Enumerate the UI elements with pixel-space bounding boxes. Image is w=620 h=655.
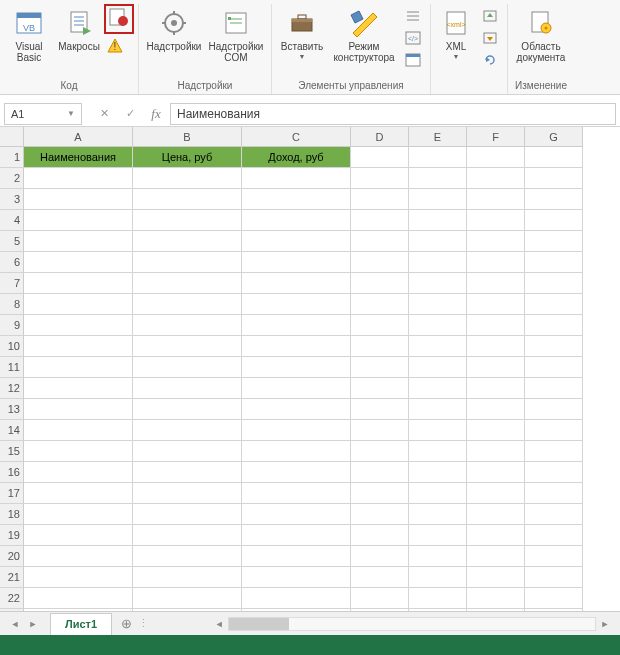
- xml-import-button[interactable]: [479, 6, 501, 26]
- cell[interactable]: [351, 483, 409, 504]
- cell[interactable]: [351, 231, 409, 252]
- row-header[interactable]: 17: [0, 483, 24, 504]
- row-header[interactable]: 10: [0, 336, 24, 357]
- cell[interactable]: [525, 378, 583, 399]
- addins-button[interactable]: Надстройки: [143, 4, 205, 76]
- cell[interactable]: [24, 399, 133, 420]
- cell[interactable]: [133, 273, 242, 294]
- cell[interactable]: Наименования: [24, 147, 133, 168]
- cell[interactable]: [351, 336, 409, 357]
- sheet-tab-active[interactable]: Лист1: [50, 613, 112, 635]
- cell[interactable]: [24, 441, 133, 462]
- cell[interactable]: [242, 399, 351, 420]
- cell[interactable]: [409, 378, 467, 399]
- cell[interactable]: [409, 546, 467, 567]
- row-header[interactable]: 1: [0, 147, 24, 168]
- cell[interactable]: [242, 525, 351, 546]
- cell[interactable]: [133, 504, 242, 525]
- cell[interactable]: [133, 546, 242, 567]
- properties-button[interactable]: [402, 6, 424, 26]
- fx-button[interactable]: fx: [144, 103, 168, 125]
- cell[interactable]: [133, 315, 242, 336]
- cell[interactable]: [242, 504, 351, 525]
- cell[interactable]: [467, 357, 525, 378]
- cell[interactable]: [133, 252, 242, 273]
- cell[interactable]: [409, 294, 467, 315]
- cell[interactable]: [351, 504, 409, 525]
- column-header[interactable]: F: [467, 127, 525, 147]
- row-header[interactable]: 19: [0, 525, 24, 546]
- column-header[interactable]: G: [525, 127, 583, 147]
- cell[interactable]: [351, 315, 409, 336]
- cell[interactable]: [24, 273, 133, 294]
- cell[interactable]: [409, 525, 467, 546]
- cell[interactable]: [351, 420, 409, 441]
- cell[interactable]: [24, 483, 133, 504]
- row-header[interactable]: 9: [0, 315, 24, 336]
- cell[interactable]: [24, 294, 133, 315]
- row-header[interactable]: 7: [0, 273, 24, 294]
- cell[interactable]: [242, 357, 351, 378]
- accept-formula-button[interactable]: ✓: [118, 103, 142, 125]
- cell[interactable]: [242, 462, 351, 483]
- cell[interactable]: [467, 315, 525, 336]
- cell[interactable]: [133, 294, 242, 315]
- cell[interactable]: [525, 168, 583, 189]
- row-header[interactable]: 22: [0, 588, 24, 609]
- macro-security-button[interactable]: !: [104, 36, 126, 56]
- cell[interactable]: [467, 189, 525, 210]
- cell[interactable]: [467, 273, 525, 294]
- cell[interactable]: [467, 378, 525, 399]
- cell[interactable]: [242, 588, 351, 609]
- cell[interactable]: [467, 546, 525, 567]
- cell[interactable]: [467, 504, 525, 525]
- sheet-nav-prev[interactable]: ◄: [6, 615, 24, 633]
- cell[interactable]: [351, 525, 409, 546]
- row-header[interactable]: 11: [0, 357, 24, 378]
- cell[interactable]: [24, 546, 133, 567]
- cell[interactable]: [409, 315, 467, 336]
- cell[interactable]: [467, 567, 525, 588]
- cell[interactable]: [242, 273, 351, 294]
- column-header[interactable]: A: [24, 127, 133, 147]
- formula-input[interactable]: Наименования: [170, 103, 616, 125]
- cell[interactable]: [133, 189, 242, 210]
- cell[interactable]: [24, 252, 133, 273]
- cell[interactable]: [133, 483, 242, 504]
- scroll-right-button[interactable]: ►: [596, 615, 614, 633]
- column-header[interactable]: C: [242, 127, 351, 147]
- cell[interactable]: [133, 210, 242, 231]
- cell[interactable]: [525, 441, 583, 462]
- cell[interactable]: [351, 294, 409, 315]
- cell[interactable]: [24, 525, 133, 546]
- row-header[interactable]: 3: [0, 189, 24, 210]
- visual-basic-button[interactable]: VB VisualBasic: [4, 4, 54, 76]
- cell[interactable]: [467, 420, 525, 441]
- cell[interactable]: [133, 462, 242, 483]
- cell[interactable]: [409, 567, 467, 588]
- cell[interactable]: [24, 210, 133, 231]
- row-header[interactable]: 16: [0, 462, 24, 483]
- cell[interactable]: [24, 168, 133, 189]
- cell[interactable]: [133, 231, 242, 252]
- cell[interactable]: [133, 567, 242, 588]
- cell[interactable]: [351, 357, 409, 378]
- cell[interactable]: [409, 420, 467, 441]
- cell[interactable]: [351, 252, 409, 273]
- cell[interactable]: [242, 336, 351, 357]
- cell[interactable]: [351, 441, 409, 462]
- cell[interactable]: [467, 294, 525, 315]
- cell[interactable]: [24, 189, 133, 210]
- cells-area[interactable]: НаименованияЦена, рубДоход, руб: [24, 147, 583, 630]
- cell[interactable]: [24, 357, 133, 378]
- cell[interactable]: [409, 273, 467, 294]
- cell[interactable]: [525, 399, 583, 420]
- cell[interactable]: [242, 441, 351, 462]
- row-header[interactable]: 6: [0, 252, 24, 273]
- scroll-thumb[interactable]: [229, 618, 289, 630]
- cell[interactable]: [351, 462, 409, 483]
- cell[interactable]: [24, 336, 133, 357]
- row-header[interactable]: 14: [0, 420, 24, 441]
- row-header[interactable]: 4: [0, 210, 24, 231]
- cell[interactable]: [133, 588, 242, 609]
